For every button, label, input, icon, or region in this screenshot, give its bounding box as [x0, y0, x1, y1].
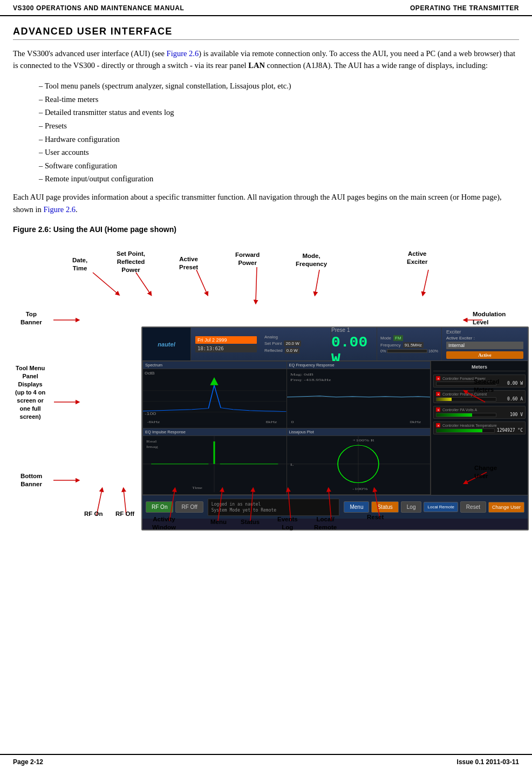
svg-text:-100: -100: [145, 411, 156, 416]
progress-bar: [387, 349, 427, 353]
svg-text:-6kHz: -6kHz: [147, 420, 160, 424]
aui-time-value: 18:13:626: [195, 345, 257, 352]
progress-pct: 0%: [380, 349, 386, 353]
spectrum-panel-content: 0dB -100 -6kHz 6kHz: [143, 369, 287, 426]
eq-freq-panel-content: Mag: 0dB Freq: -418.95kHz 0 0kHz: [287, 369, 431, 426]
annotation-bottom-banner: Bottom Banner: [21, 472, 42, 488]
svg-text:6kHz: 6kHz: [266, 420, 277, 424]
meter-4-label: Controller Heatsink Temperature: [442, 424, 497, 427]
svg-text:-100%: -100%: [352, 486, 368, 491]
mode-value: FM: [393, 335, 403, 341]
list-item: Tool menu panels (spectrum analyzer, sig…: [35, 79, 519, 93]
spectrum-panel: Spectrum 0dB -100 -6kH: [143, 362, 287, 428]
annotation-activity-window: Activity Window: [152, 515, 176, 532]
analog-label: Analog: [264, 335, 278, 339]
spectrum-panel-title: Spectrum: [143, 362, 287, 369]
figure-ref-1[interactable]: Figure 2.6: [167, 49, 199, 58]
eq-freq-panel-title: EQ Frequency Response: [287, 362, 431, 369]
aui-center-banner: Active Preset: Prese 1 0.00 W: [331, 328, 377, 360]
annotation-rf-on: RF On: [84, 510, 103, 518]
lissajous-svg: +100% R -100% L: [287, 436, 431, 493]
reset-button[interactable]: Reset: [460, 501, 486, 513]
eq-impulse-svg: Real Imag Time: [143, 436, 287, 493]
annotation-forward-power: Forward Power: [235, 251, 260, 267]
status-button[interactable]: Status: [371, 501, 398, 513]
aui-date-area: Fri Jul 2 2999 18:13:626: [191, 328, 261, 360]
meter-x-btn-4[interactable]: ✕: [436, 423, 440, 427]
aui-top-banner: nautel Fri Jul 2 2999 18:13:626 Analog S…: [142, 328, 528, 361]
log-button[interactable]: Log: [401, 501, 422, 513]
svg-rect-24: [287, 436, 431, 493]
set-point-label: Set Point: [264, 341, 282, 346]
rf-off-button[interactable]: RF Off: [175, 501, 203, 513]
annotation-rf-off: RF Off: [115, 510, 134, 518]
meter-x-btn-2[interactable]: ✕: [436, 392, 440, 396]
meter-x-btn-3[interactable]: ✕: [436, 407, 440, 412]
activity-text-2: System Mode yet to Remote: [212, 507, 336, 513]
eq-impulse-panel-content: Real Imag Time: [143, 436, 287, 493]
svg-line-33: [196, 270, 207, 294]
figure-ref-2[interactable]: Figure 2.6: [43, 205, 76, 214]
rf-on-button[interactable]: RF On: [146, 501, 173, 513]
active-exciter-value: Internal: [446, 342, 523, 349]
list-item: User accounts: [35, 146, 519, 159]
annotation-status: Status: [241, 518, 260, 526]
eq-freq-svg: Mag: 0dB Freq: -418.95kHz 0 0kHz: [287, 369, 431, 426]
meter-2-value: 0.60 A: [499, 397, 523, 401]
annotation-date-time: Date, Time: [72, 256, 87, 273]
annotation-modulation-level: Modulation Level: [473, 310, 506, 326]
mode-label: Mode: [380, 336, 391, 341]
local-remote-button[interactable]: Local Remote: [424, 502, 458, 512]
reflected-value: 0.0 W: [285, 348, 299, 353]
freq-label: Frequency: [380, 343, 401, 348]
figure-caption: Figure 2.6: Using the AUI (Home page sho…: [13, 225, 519, 234]
progress-max: 160%: [428, 349, 438, 353]
svg-text:L: L: [290, 462, 294, 466]
aui-right-banner: Exciter Active Exciter : Internal Active: [441, 328, 528, 360]
list-item: Software configuration: [35, 159, 519, 173]
aui-screenshot: nautel Fri Jul 2 2999 18:13:626 Analog S…: [141, 326, 529, 530]
lissajous-panel-title: Lissajous Plot: [287, 428, 431, 436]
annotation-change-user: Change User: [474, 464, 497, 480]
aui-tool-panels: Spectrum 0dB -100 -6kH: [142, 361, 431, 495]
eq-frequency-panel: EQ Frequency Response Mag: 0dB Freq: -41…: [287, 362, 431, 428]
list-item: Presets: [35, 119, 519, 133]
spectrum-svg: 0dB -100 -6kHz 6kHz: [143, 369, 287, 426]
svg-text:Mag: 0dB: Mag: 0dB: [290, 372, 313, 377]
meter-3-label: Controller PA Volts A: [442, 408, 477, 412]
meter-4-bar: [436, 428, 495, 433]
intro-paragraph: The VS300's advanced user interface (AUI…: [13, 47, 519, 72]
annotation-top-banner: Top Banner: [21, 310, 42, 326]
list-item: Detailed transmitter status and events l…: [35, 106, 519, 119]
list-item: Remote input/output configuration: [35, 172, 519, 186]
freq-value: 91.5MHz: [403, 342, 424, 348]
annotation-tool-menu: Tool Menu Panel Displays (up to 4 on scr…: [15, 364, 45, 421]
meter-2-bar: [436, 397, 496, 401]
change-user-button[interactable]: Change User: [488, 502, 524, 513]
svg-text:+100% R: +100% R: [352, 438, 374, 442]
main-content: Advanced user interface The VS300's adva…: [0, 16, 532, 564]
aui-middle-section: Spectrum 0dB -100 -6kH: [142, 361, 528, 495]
menu-button[interactable]: Menu: [344, 501, 369, 513]
meter-3-fill: [436, 413, 472, 417]
svg-line-34: [256, 267, 257, 302]
activity-window: Logged in as nautel System Mode yet to R…: [208, 499, 340, 516]
meters-title: Meters: [433, 363, 526, 371]
svg-text:0kHz: 0kHz: [410, 420, 421, 424]
svg-text:Real: Real: [146, 439, 157, 443]
reflected-label: Reflected: [264, 348, 283, 353]
annotation-menu: Menu: [210, 518, 227, 526]
meter-4-fill: [436, 429, 482, 432]
svg-text:Imag: Imag: [146, 444, 158, 448]
footer-left: Page 2-12: [13, 758, 43, 766]
svg-line-32: [136, 273, 151, 294]
svg-line-35: [315, 270, 319, 294]
svg-text:0dB: 0dB: [145, 371, 155, 376]
svg-text:Freq: -418.95kHz: Freq: -418.95kHz: [290, 378, 331, 382]
figure-wrapper: nautel Fri Jul 2 2999 18:13:626 Analog S…: [13, 240, 520, 553]
aui-date-value: Fri Jul 2 2999: [195, 336, 257, 344]
meter-x-btn-1[interactable]: ✕: [436, 376, 440, 380]
annotation-active-preset: Active Preset: [179, 255, 198, 271]
header-right-title: Operating the transmitter: [410, 4, 519, 12]
svg-rect-0: [143, 369, 287, 426]
